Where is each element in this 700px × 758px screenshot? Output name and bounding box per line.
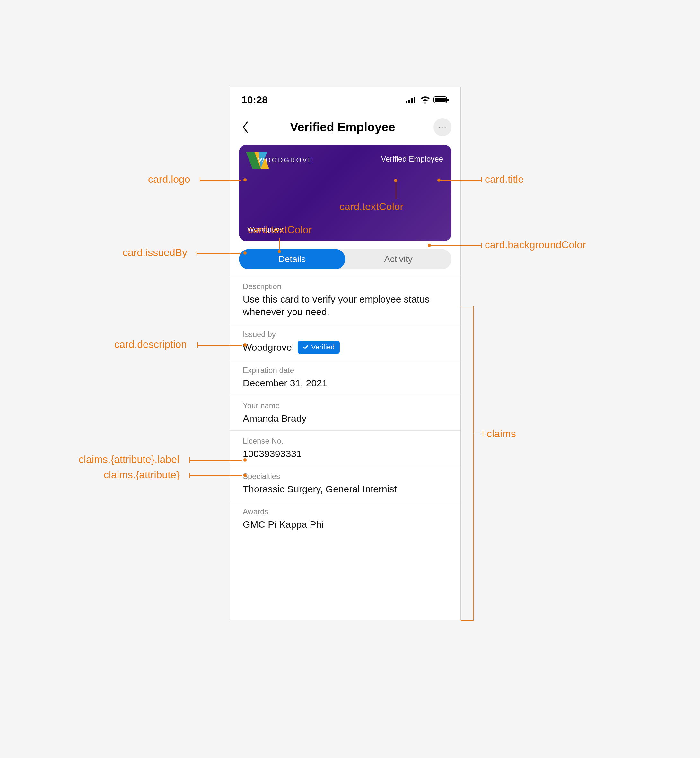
anno-end	[197, 250, 197, 256]
anno-line	[189, 460, 242, 461]
anno-end	[481, 177, 482, 183]
row-issued-by: Issued by Woodgrove Verified	[230, 324, 461, 360]
anno-card-logo: card.logo	[148, 173, 191, 185]
anno-dot	[428, 244, 431, 247]
page-title: Verified Employee	[252, 120, 433, 134]
svg-rect-1	[408, 100, 410, 103]
anno-claims: claims	[487, 428, 516, 440]
tab-activity[interactable]: Activity	[345, 249, 452, 269]
check-icon	[303, 344, 309, 350]
card-title: Verified Employee	[381, 155, 443, 164]
description-label: Description	[243, 282, 448, 291]
awards-value: GMC Pi Kappa Phi	[243, 518, 448, 531]
anno-dot	[244, 252, 247, 255]
anno-text-color-2: card.textColor	[248, 224, 312, 236]
battery-icon	[433, 96, 449, 103]
status-bar: 10:28	[230, 87, 461, 113]
tab-details[interactable]: Details	[239, 249, 345, 269]
svg-rect-0	[406, 101, 408, 103]
verified-badge-text: Verified	[311, 343, 334, 352]
anno-end	[197, 342, 198, 347]
svg-rect-2	[411, 98, 412, 103]
anno-end	[189, 473, 190, 478]
anno-claim-value: claims.{attribute}	[104, 469, 180, 481]
anno-bg-color: card.backgroundColor	[485, 239, 586, 251]
tab-bar: Details Activity	[239, 249, 452, 269]
anno-dot	[394, 179, 397, 182]
license-value: 10039393331	[243, 447, 448, 460]
anno-claim-label: claims.{attribute}.label	[79, 453, 179, 466]
anno-line	[395, 181, 396, 199]
expiration-value: December 31, 2021	[243, 377, 448, 389]
back-button[interactable]	[239, 121, 252, 134]
more-button[interactable]: ···	[433, 118, 452, 136]
chevron-left-icon	[241, 121, 249, 134]
details-list: Description Use this card to verify your…	[230, 276, 461, 536]
phone-frame: 10:28 Verified Employee ··· WOODGROVE Ve…	[230, 87, 461, 620]
license-label: License No.	[243, 436, 448, 445]
issuedby-label: Issued by	[243, 330, 448, 339]
nav-bar: Verified Employee ···	[230, 113, 461, 142]
description-value: Use this card to verify your employee st…	[243, 293, 448, 318]
anno-line	[280, 238, 280, 250]
row-specialties: Specialties Thorassic Surgery, General I…	[230, 466, 461, 502]
anno-description: card.description	[114, 339, 187, 350]
expiration-label: Expiration date	[243, 366, 448, 375]
anno-dot	[438, 178, 441, 182]
wifi-icon	[420, 96, 430, 104]
anno-line	[473, 434, 483, 434]
svg-rect-5	[435, 98, 446, 102]
anno-line	[440, 180, 482, 181]
anno-end	[481, 243, 482, 248]
name-label: Your name	[243, 401, 448, 410]
anno-dot	[278, 250, 281, 253]
anno-line	[197, 253, 241, 254]
anno-dot	[244, 474, 247, 477]
anno-dot	[244, 343, 247, 347]
name-value: Amanda Brady	[243, 412, 448, 425]
claims-bracket	[461, 306, 473, 620]
anno-line	[189, 475, 242, 476]
issuedby-value: Woodgrove	[243, 341, 292, 354]
svg-rect-3	[414, 97, 415, 103]
row-awards: Awards GMC Pi Kappa Phi	[230, 502, 461, 536]
card-brand: WOODGROVE	[258, 156, 314, 164]
anno-dot	[244, 458, 247, 461]
anno-line	[430, 245, 482, 246]
cellular-icon	[406, 96, 417, 103]
awards-label: Awards	[243, 507, 448, 516]
anno-dot	[244, 178, 247, 181]
anno-line	[200, 180, 241, 181]
verified-badge: Verified	[298, 341, 340, 354]
status-icons	[406, 96, 449, 104]
anno-end	[200, 177, 200, 183]
row-name: Your name Amanda Brady	[230, 395, 461, 431]
svg-rect-6	[447, 98, 448, 101]
anno-line	[197, 345, 242, 345]
anno-issued-by: card.issuedBy	[123, 247, 187, 259]
anno-card-title: card.title	[485, 173, 524, 185]
specialties-value: Thorassic Surgery, General Internist	[243, 483, 448, 495]
row-expiration: Expiration date December 31, 2021	[230, 360, 461, 395]
anno-text-color-1: card.textColor	[339, 201, 403, 213]
row-license: License No. 10039393331	[230, 431, 461, 466]
anno-end	[483, 431, 483, 436]
status-time: 10:28	[241, 94, 268, 106]
row-description: Description Use this card to verify your…	[230, 276, 461, 324]
anno-end	[189, 457, 190, 463]
specialties-label: Specialties	[243, 472, 448, 481]
